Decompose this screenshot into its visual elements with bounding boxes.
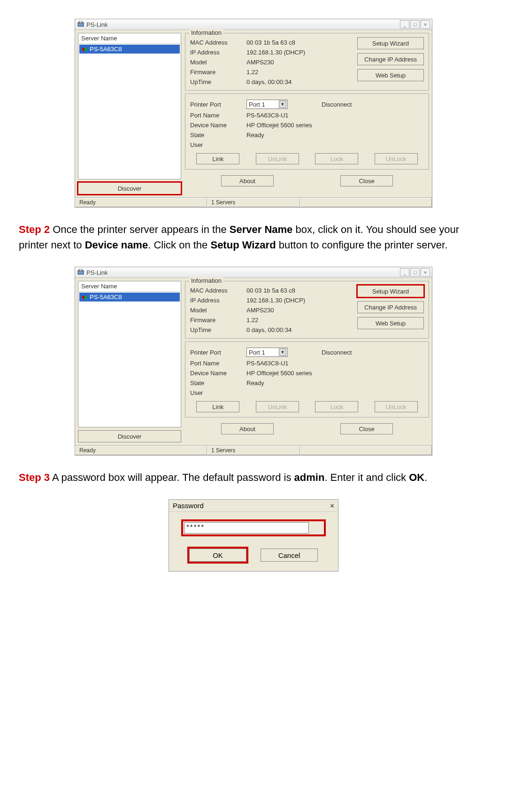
statusbar: Ready 1 Servers <box>75 197 432 207</box>
devname-label: Device Name <box>190 122 246 129</box>
app-icon <box>77 269 84 276</box>
info-group: Information MAC Address 00 03 1b 5a 63 c… <box>185 281 429 339</box>
server-icon <box>81 46 88 53</box>
server-tree: Server Name PS-5A63C8 <box>78 281 181 427</box>
server-icon <box>81 294 88 301</box>
maximize-button[interactable]: □ <box>410 20 420 29</box>
svg-point-7 <box>84 296 87 299</box>
unlink-button[interactable]: UnLink <box>256 153 299 164</box>
lock-button[interactable]: Lock <box>315 153 358 164</box>
window-title: PS-Link <box>86 269 400 276</box>
password-dialog: Password × ***** OK Cancel <box>169 499 338 572</box>
ok-button[interactable]: OK <box>189 549 246 562</box>
mac-value: 00 03 1b 5a 63 c8 <box>246 39 331 46</box>
step3-instruction: Step 3 A password box will appear. The d… <box>19 470 488 485</box>
svg-point-3 <box>84 48 87 51</box>
uptime-value: 0 days, 00:00:34 <box>246 78 331 85</box>
state-label: State <box>190 131 246 139</box>
chevron-down-icon: ▼ <box>279 101 286 108</box>
ps-link-window-2: PS-Link _ □ × Server Name PS-5A63C8 Disc… <box>75 267 432 456</box>
status-servers: 1 Servers <box>207 198 300 207</box>
minimize-button[interactable]: _ <box>400 268 409 277</box>
status-ready: Ready <box>75 198 207 207</box>
titlebar: PS-Link _ □ × <box>75 267 432 278</box>
port-combo[interactable]: Port 1 ▼ <box>246 100 288 109</box>
ip-value: 192.168.1.30 (DHCP) <box>246 49 331 56</box>
maximize-button[interactable]: □ <box>410 268 420 277</box>
window-title: PS-Link <box>86 21 400 28</box>
change-ip-button[interactable]: Change IP Address <box>357 53 424 65</box>
port-group: Printer Port Port 1 ▼ Disconnect Port Na… <box>185 341 429 418</box>
printer-port-label: Printer Port <box>190 101 246 108</box>
server-item[interactable]: PS-5A63C8 <box>79 45 180 54</box>
svg-rect-1 <box>79 21 82 23</box>
devname-value: HP Officejet 5600 series <box>246 122 424 129</box>
statusbar: Ready 1 Servers <box>75 445 432 455</box>
info-group: Information MAC Address 00 03 1b 5a 63 c… <box>185 33 429 91</box>
port-combo[interactable]: Port 1 ▼ <box>246 348 288 357</box>
link-button[interactable]: Link <box>196 401 239 412</box>
fw-label: Firmware <box>190 69 246 76</box>
unlock-button[interactable]: UnLock <box>375 401 418 412</box>
uptime-label: UpTime <box>190 78 246 85</box>
link-button[interactable]: Link <box>196 153 239 164</box>
about-button[interactable]: About <box>221 423 274 434</box>
portname-label: Port Name <box>190 112 246 119</box>
password-titlebar: Password × <box>169 500 338 512</box>
unlink-button[interactable]: UnLink <box>256 401 299 412</box>
setup-wizard-button[interactable]: Setup Wizard <box>357 37 424 49</box>
close-button[interactable]: × <box>421 268 430 277</box>
unlock-button[interactable]: UnLock <box>375 153 418 164</box>
window-controls: _ □ × <box>400 20 430 29</box>
chevron-down-icon: ▼ <box>279 348 286 356</box>
close-button[interactable]: × <box>421 20 430 29</box>
server-item-label: PS-5A63C8 <box>90 294 122 301</box>
discover-button[interactable]: Discover <box>78 182 181 194</box>
server-name-header: Server Name <box>78 281 181 292</box>
discover-button[interactable]: Discover <box>78 430 181 442</box>
close-icon[interactable]: × <box>330 502 334 510</box>
model-label: Model <box>190 59 246 66</box>
password-title: Password <box>173 502 204 510</box>
step2-instruction: Step 2 Once the printer server appears i… <box>19 222 488 253</box>
setup-wizard-button[interactable]: Setup Wizard <box>357 285 424 297</box>
password-input[interactable]: ***** <box>184 522 309 534</box>
disconnect-label: Disconnect <box>322 101 424 108</box>
server-tree: Server Name PS-5A63C8 <box>78 33 181 179</box>
server-item[interactable]: PS-5A63C8 <box>79 293 180 302</box>
info-group-title: Information <box>189 277 223 284</box>
server-item-label: PS-5A63C8 <box>90 46 122 53</box>
fw-value: 1.22 <box>246 69 331 76</box>
window-controls: _ □ × <box>400 268 430 277</box>
about-button[interactable]: About <box>221 175 274 186</box>
password-input-highlight: ***** <box>183 521 324 534</box>
minimize-button[interactable]: _ <box>400 20 409 29</box>
cancel-button[interactable]: Cancel <box>261 549 318 562</box>
lock-button[interactable]: Lock <box>315 401 358 412</box>
change-ip-button[interactable]: Change IP Address <box>357 301 424 313</box>
server-name-header: Server Name <box>78 33 181 44</box>
ps-link-window-1: PS-Link _ □ × Server Name PS-5A63C8 Disc… <box>75 19 432 208</box>
web-setup-button[interactable]: Web Setup <box>357 69 424 81</box>
port-group: Printer Port Port 1 ▼ Disconnect Port Na… <box>185 93 429 170</box>
ip-label: IP Address <box>190 49 246 56</box>
titlebar: PS-Link _ □ × <box>75 19 432 30</box>
close-button-bottom[interactable]: Close <box>340 423 393 434</box>
portname-value: PS-5A63C8-U1 <box>246 112 424 119</box>
model-value: AMPS230 <box>246 59 331 66</box>
info-group-title: Information <box>189 29 223 36</box>
close-button-bottom[interactable]: Close <box>340 175 393 186</box>
svg-rect-5 <box>79 269 82 271</box>
state-value: Ready <box>246 131 424 139</box>
user-label: User <box>190 141 246 148</box>
app-icon <box>77 21 84 28</box>
web-setup-button[interactable]: Web Setup <box>357 317 424 329</box>
mac-label: MAC Address <box>190 39 246 46</box>
